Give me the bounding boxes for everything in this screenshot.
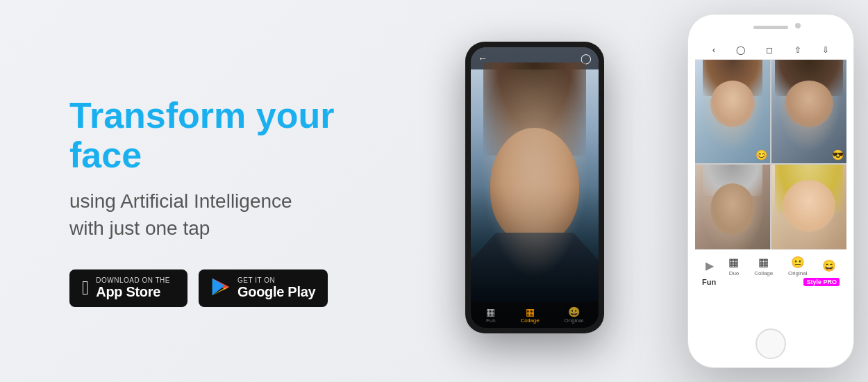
ios-back-icon[interactable]: ‹ bbox=[712, 45, 715, 55]
original-icon: 😐 bbox=[791, 256, 805, 269]
original-label: Original bbox=[788, 270, 808, 276]
subtitle: using Artificial Intelligence with just … bbox=[69, 188, 361, 242]
emoji-1: 😊 bbox=[756, 149, 767, 160]
ios-toolbar: ‹ ◯ ◻ ⇧ ⇩ bbox=[695, 41, 846, 60]
style-pro-badge: Style PRO bbox=[803, 278, 840, 286]
ios-duo-tab[interactable]: ▦ Duo bbox=[728, 256, 739, 276]
google-play-small-label: GET IT ON bbox=[237, 276, 315, 284]
android-bottom-bar: ▦ Fun ▦ Collage 😀 Original bbox=[471, 302, 599, 328]
ios-style-tab[interactable]: 😄 bbox=[822, 259, 836, 274]
google-play-button[interactable]: GET IT ON Google Play bbox=[199, 269, 328, 307]
ios-camera bbox=[795, 23, 801, 28]
phones-section: ← ◯ ▦ Fun ▦ Collag bbox=[437, 0, 868, 382]
android-screen: ← ◯ ▦ Fun ▦ Collag bbox=[471, 47, 599, 328]
duo-label: Duo bbox=[729, 270, 740, 276]
google-play-large-label: Google Play bbox=[237, 284, 315, 300]
ios-bottom-tabs: ▶ ▦ Duo ▦ Collage 😐 Original bbox=[695, 249, 846, 312]
play-icon: ▶ bbox=[706, 259, 714, 272]
emoji-2: 😎 bbox=[832, 149, 844, 160]
headline-text: Transform your face bbox=[69, 95, 334, 175]
store-buttons-group:  Download on the App Store GET IT ON Go… bbox=[69, 269, 361, 307]
app-store-button[interactable]:  Download on the App Store bbox=[69, 269, 187, 307]
app-store-text: Download on the App Store bbox=[96, 276, 170, 300]
ios-speaker bbox=[753, 26, 788, 29]
android-face-bg: ← ◯ ▦ Fun ▦ Collag bbox=[471, 47, 599, 328]
ios-phone: ‹ ◯ ◻ ⇧ ⇩ 😊 😎 bbox=[687, 14, 854, 368]
android-fun-tab[interactable]: ▦ Fun bbox=[486, 306, 496, 324]
style-icon: 😄 bbox=[822, 259, 836, 272]
ios-instagram-icon[interactable]: ◯ bbox=[736, 45, 745, 55]
subtitle-line1: using Artificial Intelligence bbox=[69, 190, 292, 212]
ios-play-tab[interactable]: ▶ bbox=[706, 259, 714, 274]
app-store-large-label: App Store bbox=[96, 284, 170, 300]
ios-upload-icon[interactable]: ⇧ bbox=[794, 45, 801, 55]
fun-label: Fun bbox=[702, 278, 716, 286]
ios-tab-icons-row: ▶ ▦ Duo ▦ Collage 😐 Original bbox=[695, 250, 846, 278]
android-original-tab[interactable]: 😀 Original bbox=[565, 306, 584, 324]
face-cell-young-male: 😊 bbox=[695, 60, 770, 163]
left-section: Transform your face using Artificial Int… bbox=[0, 75, 361, 308]
android-face-display bbox=[471, 69, 599, 302]
collage-label: Collage bbox=[754, 270, 773, 276]
ios-home-button[interactable] bbox=[756, 329, 786, 359]
subtitle-line2: with just one tap bbox=[69, 217, 210, 239]
ios-screen: ‹ ◯ ◻ ⇧ ⇩ 😊 😎 bbox=[695, 41, 846, 312]
face-cell-male-beard: 😎 bbox=[771, 60, 846, 163]
collage-icon: ▦ bbox=[758, 256, 769, 269]
apple-icon:  bbox=[82, 279, 89, 298]
ios-original-tab[interactable]: 😐 Original bbox=[788, 256, 808, 276]
google-play-text: GET IT ON Google Play bbox=[237, 276, 315, 300]
android-collage-tab[interactable]: ▦ Collage bbox=[521, 306, 540, 324]
duo-icon: ▦ bbox=[728, 256, 739, 269]
app-store-small-label: Download on the bbox=[96, 276, 170, 284]
ios-collage-tab[interactable]: ▦ Collage bbox=[754, 256, 773, 276]
android-phone: ← ◯ ▦ Fun ▦ Collag bbox=[465, 42, 604, 333]
face-overlay bbox=[471, 69, 599, 302]
ios-face-grid: 😊 😎 😊 😊 bbox=[695, 60, 846, 268]
ios-download-icon[interactable]: ⇩ bbox=[822, 45, 829, 55]
ios-fun-bar: Fun Style PRO bbox=[695, 278, 846, 289]
ios-share-icon[interactable]: ◻ bbox=[766, 45, 773, 55]
headline: Transform your face bbox=[69, 96, 361, 175]
google-play-icon bbox=[211, 277, 231, 300]
